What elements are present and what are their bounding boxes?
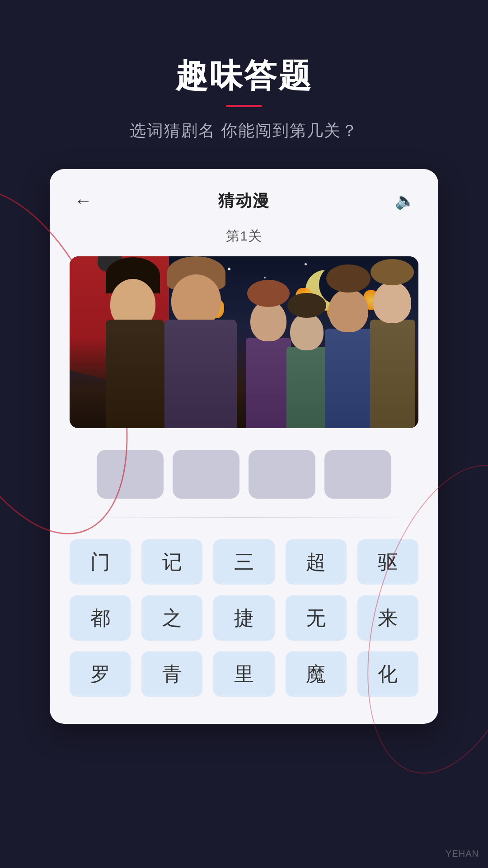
level-label: 第1关 — [226, 227, 262, 245]
sound-icon: 🔈 — [395, 191, 415, 210]
answer-slot-4 — [324, 450, 391, 499]
word-button-12[interactable]: 青 — [141, 651, 202, 697]
card-header: ← 猜动漫 🔈 — [70, 187, 418, 214]
word-button-8[interactable]: 捷 — [213, 595, 274, 641]
watermark: YEHAN — [446, 849, 479, 859]
word-button-13[interactable]: 里 — [213, 651, 274, 697]
anime-scene — [70, 256, 418, 428]
title-underline — [226, 105, 262, 107]
word-button-1[interactable]: 门 — [70, 539, 131, 585]
divider — [70, 517, 418, 518]
word-button-9[interactable]: 无 — [286, 595, 347, 641]
word-button-4[interactable]: 超 — [286, 539, 347, 585]
card-title: 猜动漫 — [218, 190, 270, 212]
page-container: 趣味答题 选词猜剧名 你能闯到第几关？ ← 猜动漫 🔈 第1关 — [0, 0, 488, 868]
word-button-2[interactable]: 记 — [141, 539, 202, 585]
page-subtitle: 选词猜剧名 你能闯到第几关？ — [130, 120, 358, 142]
word-row-3: 罗 青 里 魔 化 — [70, 651, 418, 697]
answer-slot-2 — [173, 450, 239, 499]
quiz-card: ← 猜动漫 🔈 第1关 — [50, 169, 438, 724]
word-button-10[interactable]: 来 — [357, 595, 418, 641]
answer-slot-3 — [249, 450, 315, 499]
word-button-11[interactable]: 罗 — [70, 651, 131, 697]
word-row-2: 都 之 捷 无 来 — [70, 595, 418, 641]
sound-button[interactable]: 🔈 — [391, 187, 418, 214]
word-row-1: 门 记 三 超 驱 — [70, 539, 418, 585]
word-button-7[interactable]: 之 — [141, 595, 202, 641]
word-grid: 门 记 三 超 驱 都 之 捷 无 来 罗 青 里 魔 化 — [70, 539, 418, 697]
word-button-5[interactable]: 驱 — [357, 539, 418, 585]
word-button-6[interactable]: 都 — [70, 595, 131, 641]
answer-slots — [97, 450, 391, 499]
characters — [70, 283, 418, 428]
answer-slot-1 — [97, 450, 164, 499]
word-button-15[interactable]: 化 — [357, 651, 418, 697]
anime-image — [70, 256, 418, 428]
word-button-14[interactable]: 魔 — [286, 651, 347, 697]
back-button[interactable]: ← — [70, 187, 97, 214]
page-title: 趣味答题 — [175, 54, 313, 98]
word-button-3[interactable]: 三 — [213, 539, 274, 585]
